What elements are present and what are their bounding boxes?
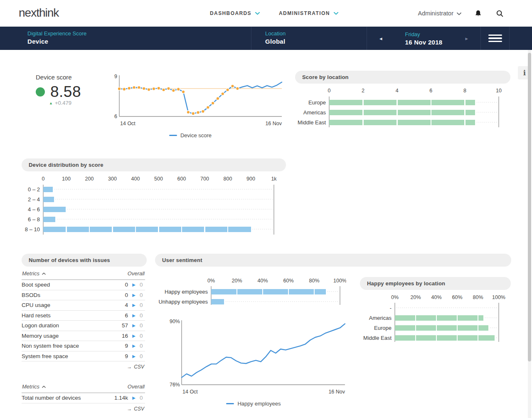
metric-value: 0 bbox=[109, 292, 128, 298]
bar-segment bbox=[458, 315, 477, 321]
chart-label: Happy employees bbox=[165, 289, 208, 295]
page: nexthink DASHBOARDS ADMINISTRATION Admin… bbox=[0, 0, 532, 418]
chart-label: Middle East bbox=[298, 119, 326, 126]
chart-label: 0% bbox=[207, 278, 215, 284]
chart-label: 80% bbox=[473, 294, 483, 300]
location-selector[interactable]: Location Global bbox=[251, 27, 367, 50]
metric-value: 16 bbox=[109, 333, 128, 339]
drilldown-play-icon[interactable]: ▶ bbox=[128, 313, 140, 318]
bar-segment bbox=[205, 227, 227, 232]
chart-label: 200 bbox=[85, 176, 94, 182]
chart-label: 0% bbox=[391, 294, 399, 300]
bar-segment bbox=[431, 110, 464, 115]
chart-label: 40% bbox=[431, 294, 441, 300]
data-point-dot bbox=[231, 84, 234, 88]
table-row: Boot speed0▶0 bbox=[22, 280, 145, 290]
data-point-dot bbox=[133, 86, 136, 89]
data-point-dot bbox=[206, 106, 209, 109]
metric-overall-value: 0 bbox=[140, 312, 145, 319]
bar-segment bbox=[431, 100, 464, 105]
hamburger-menu-button[interactable] bbox=[481, 27, 510, 50]
panel-score-by-location: Score by location bbox=[295, 71, 510, 84]
device-score-title: Device score bbox=[36, 74, 72, 81]
device-score-legend: Device score bbox=[140, 132, 240, 139]
chart-label: - bbox=[390, 305, 392, 311]
drilldown-play-icon[interactable]: ▶ bbox=[128, 303, 140, 307]
legend-label: Device score bbox=[180, 132, 212, 139]
sort-by-metrics[interactable]: Metrics bbox=[22, 383, 46, 390]
data-point-dot bbox=[211, 101, 214, 105]
chart-label: 20% bbox=[232, 278, 242, 284]
chart-label: 9 bbox=[114, 74, 117, 79]
metric-overall-value: 0 bbox=[140, 343, 145, 349]
table-row: Non system free space9▶0 bbox=[22, 341, 145, 351]
issues-csv-link[interactable]: → CSV bbox=[22, 361, 145, 370]
data-point-dot bbox=[197, 111, 200, 114]
metric-name: BSODs bbox=[22, 292, 109, 298]
bar-segment bbox=[228, 227, 251, 232]
chart-label: 100% bbox=[492, 294, 505, 300]
data-point-dot bbox=[128, 87, 131, 90]
data-point-dot bbox=[162, 88, 165, 92]
bar-segment bbox=[395, 315, 415, 321]
chart-label: Europe bbox=[308, 99, 326, 106]
nav-administration[interactable]: ADMINISTRATION bbox=[279, 10, 338, 16]
bar-segment bbox=[364, 120, 397, 125]
next-day-arrow-icon[interactable]: ▸ bbox=[463, 34, 470, 43]
data-point-dot bbox=[192, 112, 195, 115]
bar-segment bbox=[43, 187, 53, 192]
metric-overall-value: 0 bbox=[140, 322, 145, 329]
drilldown-play-icon[interactable]: ▶ bbox=[128, 293, 140, 297]
sort-by-metrics[interactable]: Metrics bbox=[22, 270, 46, 277]
drilldown-play-icon[interactable]: ▶ bbox=[128, 344, 140, 348]
device-score-delta: ▲ +0.479 bbox=[49, 100, 71, 106]
bar-segment bbox=[416, 315, 436, 321]
drilldown-play-icon[interactable]: ▶ bbox=[128, 323, 140, 328]
date-display[interactable]: Friday 16 Nov 2018 bbox=[405, 31, 442, 46]
scrollbar-thumb[interactable] bbox=[528, 53, 531, 361]
bar-segment bbox=[263, 289, 288, 294]
table-row: Logon duration57▶0 bbox=[22, 321, 145, 331]
bar-segment bbox=[437, 335, 456, 341]
bar-segment bbox=[182, 227, 204, 232]
happy-by-location-chart: 0%20%40%60%80%100%-AmericasEuropeMiddle … bbox=[360, 292, 511, 344]
nav-dashboards[interactable]: DASHBOARDS bbox=[210, 10, 260, 16]
chart-label: 6 bbox=[114, 114, 117, 119]
user-menu-label: Administrator bbox=[418, 10, 453, 17]
chart-label: 10 bbox=[496, 88, 502, 94]
user-menu[interactable]: Administrator bbox=[418, 10, 461, 17]
bar-segment bbox=[398, 100, 431, 105]
chart-label: 20% bbox=[410, 294, 421, 300]
module-selector[interactable]: Digital Experience Score Device bbox=[0, 27, 251, 50]
legend-label: Happy employees bbox=[237, 401, 281, 407]
chart-label: 8 – 10 bbox=[25, 226, 40, 232]
chart-label: 100% bbox=[333, 278, 346, 284]
data-point-dot bbox=[157, 87, 160, 90]
chart-label: 900 bbox=[246, 176, 255, 182]
drilldown-play-icon[interactable]: ▶ bbox=[128, 396, 140, 400]
data-point-dot bbox=[216, 97, 219, 100]
chart-label: Europe bbox=[374, 325, 392, 331]
score-by-location-chart: 0246810EuropeAmericasMiddle East bbox=[295, 86, 511, 130]
data-point-dot bbox=[172, 89, 175, 92]
panel-devices-with-issues: Number of devices with issues bbox=[22, 254, 147, 267]
drilldown-play-icon[interactable]: ▶ bbox=[128, 334, 140, 338]
drilldown-play-icon[interactable]: ▶ bbox=[128, 282, 140, 287]
date-weekday: Friday bbox=[405, 31, 442, 37]
search-icon[interactable] bbox=[495, 8, 505, 18]
totals-csv-link[interactable]: → CSV bbox=[22, 403, 145, 412]
previous-day-arrow-icon[interactable]: ◂ bbox=[378, 34, 384, 43]
chart-label: 6 bbox=[429, 88, 432, 94]
sort-caret-up-icon bbox=[42, 386, 46, 388]
csv-arrow-icon: → bbox=[127, 364, 132, 370]
bar-segment bbox=[364, 100, 397, 105]
module-value: Device bbox=[27, 38, 251, 45]
notifications-bell-icon[interactable] bbox=[473, 8, 483, 18]
bar-segment bbox=[478, 335, 495, 341]
happy-employees-trend-chart: 90%76%14 Oct16 Nov bbox=[166, 315, 350, 396]
data-point-dot bbox=[202, 110, 205, 113]
sort-caret-up-icon bbox=[42, 272, 46, 275]
trend-line bbox=[182, 324, 345, 377]
drilldown-play-icon[interactable]: ▶ bbox=[128, 354, 140, 359]
bar-segment bbox=[67, 227, 89, 232]
